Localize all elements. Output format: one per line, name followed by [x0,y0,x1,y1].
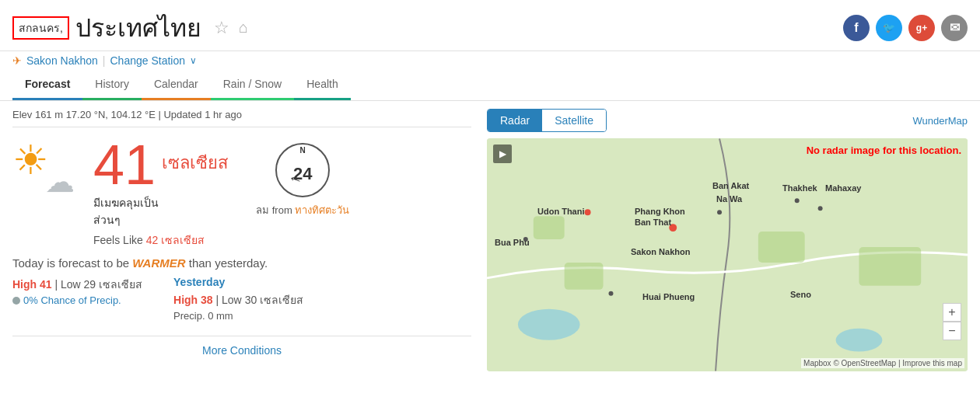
yesterday-low-label: Low [222,294,242,306]
wind-compass: N 24 ← [275,143,330,197]
cloud-icon: ☁ [45,165,75,199]
tab-health[interactable]: Health [294,70,350,100]
map-label-banthat: Ban That [635,218,671,227]
email-button[interactable]: ✉ [941,15,968,41]
sub-header: ✈ Sakon Nakhon | Change Station ∨ [0,51,980,67]
osm-label: © OpenStreetMap | Improve this map [833,359,962,367]
tab-forecast[interactable]: Forecast [12,70,82,100]
yesterday-high-label: High [173,294,198,306]
svg-rect-12 [565,263,604,290]
zoom-out-button[interactable]: − [943,322,961,340]
change-station-button[interactable]: Change Station [110,54,185,67]
svg-point-3 [585,209,591,215]
zoom-in-button[interactable]: + [943,303,961,322]
yesterday-separator: | [216,294,222,306]
today-high-low: High 41 | Low 29 เซลเซียส [12,276,142,293]
city-name-rest: ประเทศไทย [75,8,201,47]
googleplus-button[interactable]: g+ [908,15,935,41]
today-precip-text: 0% Chance of Precip. [23,294,121,306]
tab-calendar[interactable]: Calendar [142,70,211,100]
svg-point-1 [518,309,580,340]
precip-dot-icon [12,297,20,305]
today-low-label: Low [61,278,81,291]
forecast-text: Today is forecast to be WARMER than yest… [12,256,471,270]
feels-like-label: Feels Like [93,234,143,246]
home-icon[interactable]: ⌂ [239,19,248,37]
weather-icon-container: ☀ ☁ [12,137,75,199]
map-container: No radar image for this location. Udon T… [487,138,968,371]
map-label-mahaxay: Mahaxay [825,183,861,193]
yesterday-precip-value: 0 mm [208,310,233,322]
svg-point-8 [608,291,613,296]
favorite-star-icon[interactable]: ☆ [214,18,229,38]
more-conditions-link[interactable]: More Conditions [202,344,282,357]
nav-tabs: Forecast History Calendar Rain / Snow He… [0,70,980,101]
cloud-description: มีเมฆคลุมเป็นส่วนๆ [93,194,228,228]
today-precip: 0% Chance of Precip. [12,294,142,306]
yesterday-high-value: 38 [201,294,213,306]
temperature-value: 41 [93,137,156,193]
chevron-down-icon: ∨ [190,55,197,66]
feels-like-unit: เซลเซียส [161,234,205,246]
wundermap-link[interactable]: WunderMap [912,115,968,127]
today-unit: เซลเซียส [99,278,142,291]
elevation-bar: Elev 161 m 17.20 °N, 104.12 °E | Updated… [12,109,471,127]
map-tab-group: Radar Satellite [487,109,607,132]
yesterday-high-low: High 38 | Low 30 เซลเซียส [173,291,303,308]
map-tab-satellite[interactable]: Satellite [542,110,606,131]
temp-section: 41 เซลเซียส มีเมฆคลุมเป็นส่วนๆ Feels Lik… [93,137,228,249]
map-label-huaiphueng: Huai Phueng [642,292,695,301]
svg-point-7 [818,206,823,211]
play-button[interactable]: ▶ [493,145,512,163]
svg-point-2 [836,329,883,352]
tab-history[interactable]: History [82,70,142,100]
yesterday-low-value: 30 [245,294,257,306]
map-attribution: Mapbox © OpenStreetMap | Improve this ma… [801,358,964,368]
wind-from-label: ลม from [256,204,292,216]
social-icons-group: f 🐦 g+ ✉ [843,15,968,41]
svg-rect-13 [859,247,921,286]
temp-row: 41 เซลเซียส [93,137,228,193]
map-label-banakat: Ban Akat [712,181,749,190]
no-radar-message: No radar image for this location. [807,145,961,156]
svg-rect-11 [758,232,805,263]
facebook-button[interactable]: f [843,15,870,41]
map-tab-radar[interactable]: Radar [488,110,542,131]
forecast-prefix: Today is forecast to be [12,256,129,270]
map-label-sakon: Sakon Nakhon [631,247,690,256]
today-separator: | [54,278,61,291]
map-zoom-controls: + − [943,303,961,340]
svg-rect-10 [534,216,565,239]
today-section: High 41 | Low 29 เซลเซียส 0% Chance of P… [12,276,142,322]
today-low-value: 29 [84,278,96,291]
twitter-button[interactable]: 🐦 [876,15,902,41]
feels-like: Feels Like 42 เซลเซียส [93,232,228,249]
separator: | [103,54,106,67]
wind-label: ลม from ทางทิศตะวัน [256,202,349,218]
yesterday-label: Yesterday [173,276,303,288]
svg-point-5 [717,210,722,214]
map-label-nawa: Na Wa [716,194,742,204]
city-name-boxed: สกลนคร, [12,16,69,40]
mapbox-label: Mapbox [803,359,831,367]
station-name-link[interactable]: Sakon Nakhon [26,54,98,67]
sun-icon: ☀ [12,137,49,183]
tab-rainsnow[interactable]: Rain / Snow [211,70,294,100]
map-label-phangkhon: Phang Khon [635,207,685,216]
map-label-udon: Udon Thani [537,207,585,216]
forecast-suffix: than yesterday. [189,256,268,270]
today-high-value: 41 [40,278,52,291]
warmer-label: WARMER [132,256,185,270]
yesterday-precip-label: Precip. [173,310,205,322]
feels-like-value: 42 [146,234,159,246]
temp-unit-thai: เซลเซียส [162,149,228,176]
map-tabs-bar: Radar Satellite WunderMap [487,109,968,132]
svg-point-6 [795,198,800,203]
plane-icon: ✈ [12,54,22,67]
more-conditions: More Conditions [12,336,471,357]
right-panel: Radar Satellite WunderMap [487,109,968,371]
map-svg [487,138,968,371]
wind-section: N 24 ← ลม from ทางทิศตะวัน [256,143,349,218]
wind-direction: ทางทิศตะวัน [295,204,349,216]
map-label-thakhek: Thakhek [782,183,817,193]
